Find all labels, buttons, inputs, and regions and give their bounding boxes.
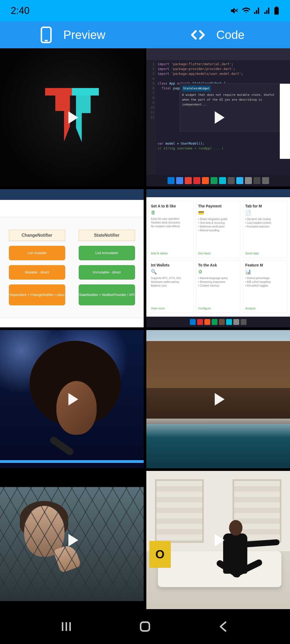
diagram-header-left: ChangeNotifier bbox=[9, 230, 65, 241]
recents-icon[interactable] bbox=[59, 619, 74, 634]
mute-icon bbox=[230, 6, 239, 15]
home-icon[interactable] bbox=[137, 619, 153, 634]
status-time: 2:40 bbox=[11, 5, 30, 16]
battery-icon bbox=[274, 6, 279, 15]
video-thumb-1[interactable] bbox=[0, 48, 144, 186]
diagram-header-right: StateNotifier bbox=[79, 230, 135, 241]
video-thumb-4[interactable]: Set A to B like🗑Easy list copy operation… bbox=[146, 189, 290, 327]
video-thumb-6[interactable] bbox=[146, 330, 290, 468]
phone-icon bbox=[40, 26, 53, 43]
wifi-icon bbox=[242, 6, 251, 15]
status-bar: 2:40 bbox=[0, 0, 290, 21]
video-thumb-7[interactable] bbox=[0, 471, 144, 609]
svg-rect-7 bbox=[141, 622, 150, 631]
tab-preview-label: Preview bbox=[63, 28, 106, 42]
poster-text: O bbox=[149, 541, 171, 568]
tab-bar: Preview Code bbox=[0, 21, 290, 48]
back-icon[interactable] bbox=[216, 619, 231, 634]
svg-rect-0 bbox=[274, 7, 279, 14]
signal2-icon bbox=[264, 7, 271, 14]
tab-preview[interactable]: Preview bbox=[0, 21, 145, 48]
video-thumb-5[interactable] bbox=[0, 330, 144, 468]
system-nav-bar bbox=[0, 609, 290, 644]
tab-code-label: Code bbox=[216, 28, 244, 42]
video-thumb-3[interactable]: ChangeNotifier List mutable Mutable - di… bbox=[0, 189, 144, 327]
video-thumb-8[interactable]: O bbox=[146, 471, 290, 609]
logo-graphic bbox=[45, 88, 99, 147]
svg-rect-1 bbox=[276, 6, 277, 7]
video-grid: 123456789101112 import 'package:flutter/… bbox=[0, 48, 290, 609]
tab-code[interactable]: Code bbox=[145, 21, 290, 48]
status-icons bbox=[230, 6, 279, 15]
code-angle-icon bbox=[190, 29, 205, 41]
video-thumb-2[interactable]: 123456789101112 import 'package:flutter/… bbox=[146, 48, 290, 186]
signal-icon bbox=[253, 7, 261, 14]
